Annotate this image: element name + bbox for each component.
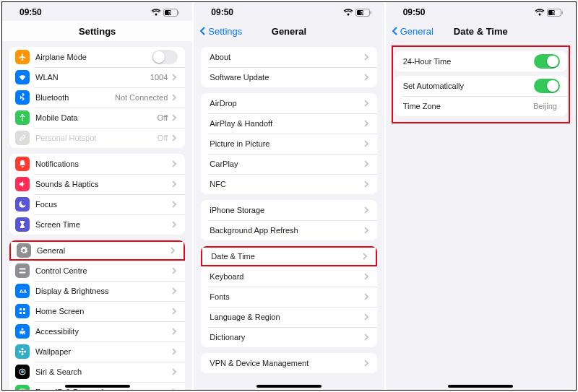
row-label: General: [37, 246, 169, 255]
row-wlan[interactable]: WLAN 1004: [9, 67, 185, 87]
chevron-right-icon: [363, 206, 370, 214]
row-pip[interactable]: Picture in Picture: [201, 134, 376, 154]
settings-group-notifications: Notifications Sounds & Haptics Focus Scr…: [9, 154, 185, 235]
row-personal-hotspot[interactable]: Personal Hotspot Off: [9, 128, 185, 148]
settings-group-connectivity: Airplane Mode WLAN 1004 Bluetooth Not Co…: [9, 47, 185, 148]
row-language[interactable]: Language & Region: [201, 307, 376, 327]
row-bg-refresh[interactable]: Background App Refresh: [201, 220, 376, 240]
row-carplay[interactable]: CarPlay: [201, 154, 376, 174]
row-airdrop[interactable]: AirDrop: [201, 93, 376, 113]
home-indicator[interactable]: [65, 385, 130, 388]
person-icon: [15, 324, 30, 339]
row-siri-search[interactable]: Siri & Search: [9, 362, 185, 382]
page-title: Settings: [79, 26, 116, 37]
chevron-right-icon: [363, 273, 370, 280]
general-group-sharing: AirDrop AirPlay & Handoff Picture in Pic…: [201, 93, 376, 194]
toggle-24-hour[interactable]: [534, 54, 560, 69]
chevron-right-icon: [171, 308, 178, 315]
flower-icon: [15, 344, 30, 359]
row-24-hour-time[interactable]: 24-Hour Time: [394, 51, 567, 71]
row-label: Notifications: [35, 160, 171, 168]
chevron-right-icon: [171, 94, 178, 101]
row-label: AirDrop: [210, 99, 362, 108]
svg-point-11: [22, 328, 24, 331]
back-button[interactable]: Settings: [198, 26, 242, 37]
row-nfc[interactable]: NFC: [201, 174, 376, 194]
datetime-group-auto: Set Automatically Time Zone Beijing: [394, 76, 567, 116]
chevron-right-icon: [363, 100, 370, 107]
row-label: Home Screen: [35, 307, 171, 315]
home-indicator[interactable]: [256, 385, 322, 388]
row-control-centre[interactable]: Control Centre: [9, 261, 185, 281]
row-label: Face ID & Passcode: [35, 388, 171, 390]
svg-text:53: 53: [361, 10, 366, 15]
row-label: Time Zone: [403, 102, 533, 110]
row-accessibility[interactable]: Accessibility: [9, 321, 185, 341]
wifi-row-icon: [15, 70, 30, 84]
row-time-zone[interactable]: Time Zone Beijing: [394, 96, 567, 116]
toggle-airplane[interactable]: [152, 50, 178, 64]
row-label: Sounds & Haptics: [35, 180, 171, 188]
toggle-set-auto[interactable]: [534, 79, 560, 93]
battery-icon: 53: [355, 9, 371, 17]
row-keyboard[interactable]: Keyboard: [201, 266, 376, 287]
row-detail: Not Connected: [115, 93, 168, 102]
row-label: Airplane Mode: [35, 53, 152, 61]
datetime-group-24h: 24-Hour Time: [394, 51, 567, 71]
row-detail: Off: [158, 113, 168, 122]
chevron-right-icon: [171, 160, 178, 167]
home-indicator[interactable]: [448, 385, 513, 388]
svg-rect-27: [561, 11, 562, 14]
row-detail: Off: [158, 134, 168, 142]
row-set-automatically[interactable]: Set Automatically: [394, 76, 567, 96]
chevron-right-icon: [363, 313, 370, 321]
svg-point-12: [22, 351, 24, 353]
row-vpn[interactable]: VPN & Device Management: [201, 353, 376, 373]
row-dictionary[interactable]: Dictionary: [201, 327, 376, 347]
row-about[interactable]: About: [201, 47, 376, 67]
row-label: Set Automatically: [403, 82, 534, 90]
row-sounds[interactable]: Sounds & Haptics: [9, 174, 185, 194]
row-general[interactable]: General: [9, 240, 185, 261]
highlight-box: 24-Hour Time Set Automatically Time Zone…: [392, 45, 570, 123]
row-screen-time[interactable]: Screen Time: [9, 214, 185, 235]
airplane-icon: [15, 50, 30, 64]
status-time: 09:50: [20, 7, 42, 17]
back-button[interactable]: General: [390, 26, 434, 37]
row-label: Picture in Picture: [210, 139, 362, 148]
row-airplane-mode[interactable]: Airplane Mode: [9, 47, 185, 67]
row-label: CarPlay: [210, 160, 362, 168]
svg-rect-7: [20, 308, 22, 310]
row-home-screen[interactable]: Home Screen: [9, 301, 185, 321]
row-notifications[interactable]: Notifications: [9, 154, 185, 174]
row-iphone-storage[interactable]: iPhone Storage: [201, 200, 376, 220]
row-detail: 1004: [150, 73, 168, 82]
general-group-vpn: VPN & Device Management: [201, 353, 376, 373]
row-wallpaper[interactable]: Wallpaper: [9, 341, 185, 362]
hourglass-icon: [15, 217, 30, 232]
row-airplay[interactable]: AirPlay & Handoff: [201, 113, 376, 134]
nav-bar: Settings General: [194, 21, 384, 41]
general-group-storage: iPhone Storage Background App Refresh: [201, 200, 376, 240]
svg-point-16: [24, 351, 26, 353]
row-label: 24-Hour Time: [403, 57, 534, 66]
chevron-right-icon: [363, 53, 370, 61]
row-display-brightness[interactable]: AA Display & Brightness: [9, 281, 185, 301]
row-mobile-data[interactable]: Mobile Data Off: [9, 108, 185, 128]
chevron-right-icon: [363, 140, 370, 147]
row-fonts[interactable]: Fonts: [201, 287, 376, 307]
chevron-right-icon: [171, 221, 178, 228]
row-label: Mobile Data: [35, 113, 158, 122]
row-label: Dictionary: [210, 333, 362, 341]
row-focus[interactable]: Focus: [9, 194, 185, 214]
svg-point-14: [22, 353, 24, 355]
row-software-update[interactable]: Software Update: [201, 67, 376, 87]
svg-rect-4: [20, 269, 26, 270]
row-bluetooth[interactable]: Bluetooth Not Connected: [9, 87, 185, 108]
row-label: Fonts: [210, 292, 362, 301]
switches-icon: [15, 263, 30, 278]
svg-point-13: [22, 348, 24, 350]
nav-bar: General Date & Time: [386, 21, 576, 41]
status-icons: 53: [151, 9, 179, 17]
row-date-time[interactable]: Date & Time: [201, 246, 376, 266]
